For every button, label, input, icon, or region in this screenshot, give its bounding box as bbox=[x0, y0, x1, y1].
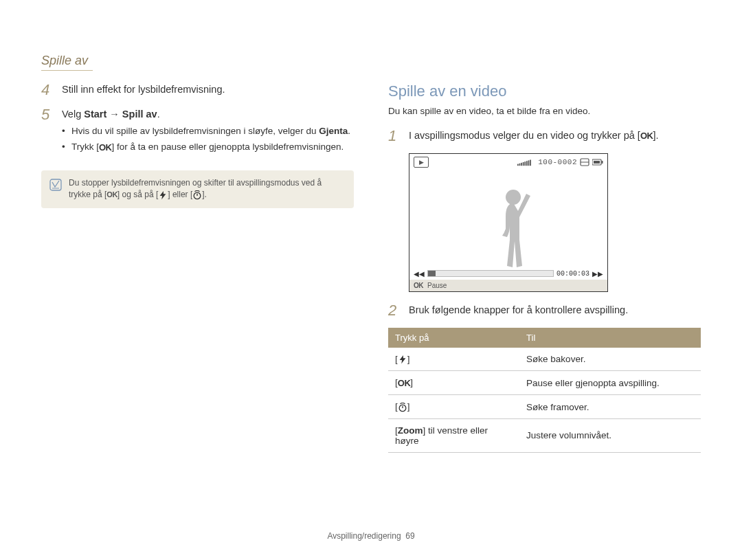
cell-key: [] bbox=[388, 348, 519, 371]
step-1: 1 I avspillingsmodus velger du en video … bbox=[388, 128, 701, 144]
section-subtitle: Du kan spille av en video, ta et bilde f… bbox=[388, 106, 701, 116]
bullet1-bold: Gjenta bbox=[319, 126, 348, 136]
camera-screenshot: ▶ 100-0002 ◀◀ 00:00:03 ▶▶ OK Pause bbox=[409, 153, 608, 292]
pause-label: Pause bbox=[427, 282, 447, 289]
step1-prefix: I avspillingsmodus velger du en video og… bbox=[409, 130, 640, 141]
footer-page: 69 bbox=[405, 531, 414, 541]
screenshot-topbar: ▶ 100-0002 bbox=[409, 154, 607, 169]
ok-icon: OK bbox=[414, 282, 423, 289]
step-number: 1 bbox=[388, 128, 401, 144]
left-column: 4 Still inn effekt for lysbildefremvisni… bbox=[41, 82, 354, 453]
table-row: [Zoom] til venstre eller høyre Justere v… bbox=[388, 418, 701, 452]
cell-desc: Justere volumnivået. bbox=[519, 418, 701, 452]
step4-text: Still inn effekt for lysbildefremvisning… bbox=[62, 82, 354, 96]
table-row: [] Søke bakover. bbox=[388, 348, 701, 371]
rewind-icon: ◀◀ bbox=[414, 269, 425, 278]
timer-icon bbox=[192, 190, 202, 200]
note-suffix: ]. bbox=[202, 190, 207, 199]
cell-key: [OK] bbox=[388, 371, 519, 395]
step2-text: Bruk følgende knapper for å kontrollere … bbox=[409, 303, 701, 317]
footer-text: Avspilling/redigering bbox=[327, 531, 401, 541]
step5-suffix: . bbox=[157, 109, 160, 120]
step-4: 4 Still inn effekt for lysbildefremvisni… bbox=[41, 82, 354, 98]
table-row: [OK] Pause eller gjenoppta avspilling. bbox=[388, 371, 701, 395]
progress-bar bbox=[427, 270, 554, 277]
ok-icon: OK bbox=[640, 130, 653, 142]
card-icon bbox=[580, 158, 589, 166]
note-icon bbox=[49, 179, 62, 191]
bullet-repeat: Hvis du vil spille av lysbildefremvisnin… bbox=[62, 125, 354, 138]
bullet1-suffix: . bbox=[348, 126, 350, 136]
step5-bold2: Spill av bbox=[122, 109, 157, 120]
step-2: 2 Bruk følgende knapper for å kontroller… bbox=[388, 303, 701, 318]
ok-icon: OK bbox=[398, 378, 411, 388]
flash-icon bbox=[158, 190, 168, 200]
right-column: Spille av en video Du kan spille av en v… bbox=[388, 82, 701, 453]
progress-fill bbox=[428, 271, 436, 276]
step5-bold1: Start bbox=[84, 109, 106, 120]
step-number: 2 bbox=[388, 303, 401, 318]
table-row: [] Søke framover. bbox=[388, 395, 701, 418]
page-footer: Avspilling/redigering 69 bbox=[0, 531, 742, 541]
cell-desc: Pause eller gjenoppta avspilling. bbox=[519, 371, 701, 395]
step1-suffix: ]. bbox=[653, 130, 658, 141]
flash-icon bbox=[398, 355, 407, 364]
step-5: 5 Velg Start → Spill av. Hvis du vil spi… bbox=[41, 107, 354, 157]
play-indicator-icon: ▶ bbox=[414, 157, 429, 168]
ok-icon: OK bbox=[106, 190, 117, 201]
th-til: Til bbox=[519, 328, 701, 348]
th-trykk-pa: Trykk på bbox=[388, 328, 519, 348]
note-mid1: ] og så på [ bbox=[117, 190, 158, 199]
forward-icon: ▶▶ bbox=[592, 269, 603, 278]
time-label: 00:00:03 bbox=[556, 270, 589, 278]
pause-hint: OK Pause bbox=[409, 280, 607, 291]
header-underline bbox=[41, 70, 93, 71]
cell-desc: Søke bakover. bbox=[519, 348, 701, 371]
step5-body: Velg Start → Spill av. Hvis du vil spill… bbox=[62, 107, 354, 157]
step5-arrow: → bbox=[106, 109, 122, 120]
person-silhouette-icon bbox=[489, 186, 537, 269]
file-counter: 100-0002 bbox=[538, 158, 577, 166]
step1-body: I avspillingsmodus velger du en video og… bbox=[409, 128, 701, 142]
signal-icon bbox=[517, 158, 535, 166]
battery-icon bbox=[592, 159, 603, 166]
step-number: 4 bbox=[41, 82, 54, 98]
cell-key: [] bbox=[388, 395, 519, 418]
note-box: Du stopper lysbildefremvisningen og skif… bbox=[41, 170, 354, 208]
bullet1-prefix: Hvis du vil spille av lysbildefremvisnin… bbox=[71, 126, 319, 136]
step5-bullets: Hvis du vil spille av lysbildefremvisnin… bbox=[62, 125, 354, 154]
bullet2-prefix: Trykk [ bbox=[71, 142, 99, 152]
section-title: Spille av en video bbox=[388, 82, 701, 100]
page-header: Spille av bbox=[41, 54, 88, 68]
step-number: 5 bbox=[41, 107, 54, 122]
timer-icon bbox=[398, 403, 407, 412]
note-mid2: ] eller [ bbox=[168, 190, 192, 199]
bullet-pause: Trykk [OK] for å ta en pause eller gjeno… bbox=[62, 141, 354, 154]
cell-key-bold: Zoom bbox=[398, 425, 423, 436]
bullet2-suffix: ] for å ta en pause eller gjenoppta lysb… bbox=[112, 142, 344, 152]
ok-icon: OK bbox=[99, 142, 112, 154]
video-stage bbox=[409, 169, 607, 269]
step5-prefix: Velg bbox=[62, 109, 84, 120]
controls-table: Trykk på Til [] Søke bakover. [OK] Pause… bbox=[388, 328, 701, 453]
cell-key: [Zoom] til venstre eller høyre bbox=[388, 418, 519, 452]
playbar: ◀◀ 00:00:03 ▶▶ bbox=[409, 269, 607, 280]
note-text: Du stopper lysbildefremvisningen og skif… bbox=[69, 177, 346, 201]
cell-desc: Søke framover. bbox=[519, 395, 701, 418]
